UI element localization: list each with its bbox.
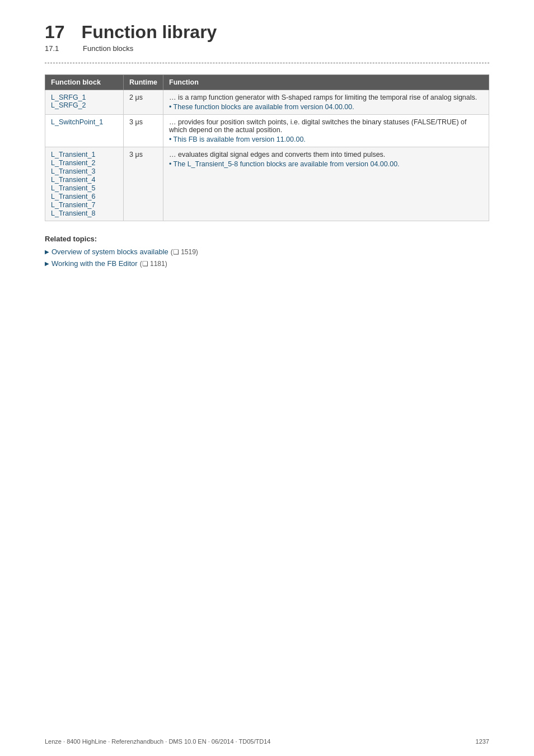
related-link-1: ▶ Overview of system blocks available (❏… <box>45 248 489 256</box>
chapter-title: Function library <box>82 22 217 42</box>
col-header-function-block: Function block <box>45 75 124 90</box>
runtime-cell-transient: 3 μs <box>124 147 163 221</box>
link-transient7[interactable]: L_Transient_7 <box>51 201 118 209</box>
link-srfg1[interactable]: L_SRFG_1 <box>51 94 86 101</box>
col-header-function: Function <box>163 75 489 90</box>
link-transient6[interactable]: L_Transient_6 <box>51 193 118 200</box>
note-switchpoint: • This FB is available from version 11.0… <box>169 136 483 143</box>
page-ref-1: (❏ 1519) <box>171 248 198 256</box>
link-transient8[interactable]: L_Transient_8 <box>51 209 118 217</box>
transient-links-group: L_Transient_1 L_Transient_2 L_Transient_… <box>51 151 118 217</box>
link-transient5[interactable]: L_Transient_5 <box>51 184 118 192</box>
link-transient2[interactable]: L_Transient_2 <box>51 159 118 167</box>
link-srfg2[interactable]: L_SRFG_2 <box>51 101 86 109</box>
function-cell-switchpoint: … provides four position switch points, … <box>163 115 489 147</box>
page-footer: Lenze · 8400 HighLine · Referenzhandbuch… <box>0 738 534 745</box>
function-block-cell-srfg: L_SRFG_1 L_SRFG_2 <box>45 90 124 115</box>
link-transient3[interactable]: L_Transient_3 <box>51 167 118 175</box>
col-header-runtime: Runtime <box>124 75 163 90</box>
page-header: 17 Function library 17.1 Function blocks <box>45 22 489 53</box>
related-topics-section: Related topics: ▶ Overview of system blo… <box>45 235 489 268</box>
section-title: Function blocks <box>83 44 133 53</box>
related-link-2: ▶ Working with the FB Editor (❏ 1181) <box>45 259 489 268</box>
arrow-icon-1: ▶ <box>45 249 49 255</box>
runtime-cell-srfg: 2 μs <box>124 90 163 115</box>
chapter-number: 17 <box>45 22 65 42</box>
table-row: L_SRFG_1 L_SRFG_2 2 μs … is a ramp funct… <box>45 90 489 115</box>
page-ref-2: (❏ 1181) <box>140 260 167 268</box>
table-row: L_Transient_1 L_Transient_2 L_Transient_… <box>45 147 489 221</box>
function-cell-transient: … evaluates digital signal edges and con… <box>163 147 489 221</box>
link-transient4[interactable]: L_Transient_4 <box>51 176 118 184</box>
table-row: L_SwitchPoint_1 3 μs … provides four pos… <box>45 115 489 147</box>
link-overview-system-blocks[interactable]: Overview of system blocks available <box>51 248 168 256</box>
link-transient1[interactable]: L_Transient_1 <box>51 151 118 158</box>
footer-right: 1237 <box>476 738 489 745</box>
link-switchpoint1[interactable]: L_SwitchPoint_1 <box>51 118 103 126</box>
function-blocks-table: Function block Runtime Function L_SRFG_1… <box>45 74 489 221</box>
footer-left: Lenze · 8400 HighLine · Referenzhandbuch… <box>45 738 270 745</box>
section-number: 17.1 <box>45 44 66 53</box>
note-transient: • The L_Transient_5-8 function blocks ar… <box>169 160 483 168</box>
chapter-line: 17 Function library <box>45 22 489 42</box>
runtime-cell-switchpoint: 3 μs <box>124 115 163 147</box>
link-working-fb-editor[interactable]: Working with the FB Editor <box>51 259 138 268</box>
related-topics-title: Related topics: <box>45 235 489 243</box>
function-block-cell-transient: L_Transient_1 L_Transient_2 L_Transient_… <box>45 147 124 221</box>
function-block-cell-switchpoint: L_SwitchPoint_1 <box>45 115 124 147</box>
arrow-icon-2: ▶ <box>45 260 49 267</box>
page-divider <box>45 63 489 63</box>
function-cell-srfg: … is a ramp function generator with S-sh… <box>163 90 489 115</box>
section-line: 17.1 Function blocks <box>45 44 489 53</box>
note-srfg: • These function blocks are available fr… <box>169 103 483 111</box>
